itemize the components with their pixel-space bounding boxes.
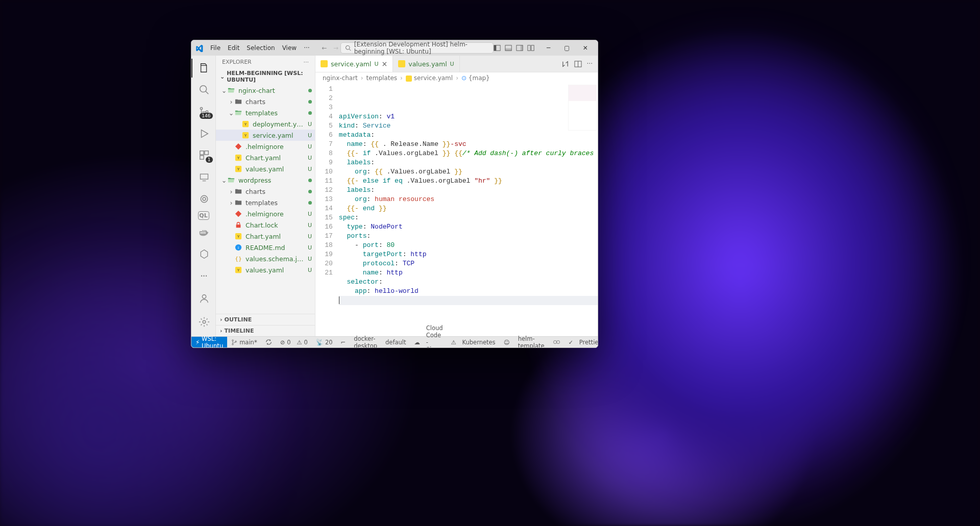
code-line[interactable]: selector: — [339, 278, 598, 287]
explorer-folder-section[interactable]: ⌄ HELM-BEGINNING [WSL: UBUNTU] — [216, 68, 315, 85]
timeline-section[interactable]: ›TIMELINE — [216, 325, 315, 336]
tree-item--helmignore[interactable]: .helmignoreU — [216, 208, 315, 219]
breadcrumb-separator: › — [456, 74, 458, 82]
status-terminal-icon[interactable]: ⌐ — [337, 337, 350, 347]
tree-item-templates[interactable]: ›templates — [216, 197, 315, 208]
activity-accounts[interactable] — [191, 288, 216, 309]
split-editor-icon[interactable] — [574, 60, 582, 68]
code-line[interactable]: ports: — [339, 232, 598, 241]
code-line[interactable]: apiVersion: v1 — [339, 112, 598, 121]
tree-item-wordpress[interactable]: ⌄wordpress — [216, 174, 315, 186]
activity-hex-icon[interactable] — [191, 245, 216, 264]
code-line[interactable]: {{- end }} — [339, 204, 598, 213]
status-smiley[interactable]: ☺ — [500, 337, 514, 347]
menu-selection[interactable]: Selection — [243, 43, 278, 53]
breadcrumb-item[interactable]: ⊙ {map} — [461, 74, 490, 82]
status-k8s-context[interactable]: docker-desktop — [350, 337, 381, 347]
tree-item-readme-md[interactable]: iREADME.mdU — [216, 242, 315, 253]
status-k8s-ns[interactable]: default — [381, 337, 410, 347]
explorer-more-icon[interactable]: ··· — [304, 59, 309, 65]
code-line[interactable]: spec: — [339, 213, 598, 222]
toggle-panel-left-icon[interactable] — [494, 44, 501, 52]
code-editor[interactable]: 123456789101112131415161718192021 apiVer… — [315, 84, 598, 336]
status-ports[interactable]: 📡20 — [312, 337, 337, 347]
compare-changes-icon[interactable] — [561, 60, 569, 68]
minimap[interactable] — [568, 85, 597, 131]
nav-forward-icon[interactable]: → — [331, 43, 340, 53]
activity-run-debug[interactable] — [191, 124, 216, 143]
tree-item-charts[interactable]: ›charts — [216, 186, 315, 197]
toggle-panel-right-icon[interactable] — [516, 44, 523, 52]
activity-extensions[interactable]: 1 — [191, 146, 216, 165]
code-line[interactable]: labels: — [339, 158, 598, 167]
code-line[interactable]: app: hello-world — [339, 287, 598, 296]
code-line[interactable]: labels: — [339, 186, 598, 195]
code-line[interactable]: - port: 80 — [339, 241, 598, 250]
menu-file[interactable]: File — [207, 43, 224, 53]
customize-layout-icon[interactable] — [527, 44, 534, 52]
activity-docker-icon[interactable] — [191, 223, 216, 242]
activity-explorer[interactable] — [191, 59, 216, 78]
code-line[interactable]: protocol: TCP — [339, 259, 598, 268]
toggle-panel-bottom-icon[interactable] — [505, 44, 512, 52]
activity-source-control[interactable]: 146 — [191, 102, 216, 121]
nav-back-icon[interactable]: ← — [320, 43, 329, 53]
tree-item-values-yaml[interactable]: Yvalues.yamlU — [216, 163, 315, 174]
activity-settings[interactable] — [191, 312, 216, 332]
tab-service-yaml[interactable]: service.yaml U× — [315, 56, 393, 72]
status-sync[interactable] — [261, 337, 276, 347]
status-kubernetes[interactable]: ⚠ Kubernetes — [447, 337, 500, 347]
tab-values-yaml[interactable]: values.yaml U — [393, 56, 459, 72]
status-prettier[interactable]: ✓ Prettier — [565, 337, 598, 347]
tab-close-icon[interactable]: × — [382, 60, 388, 68]
tree-item-chart-yaml[interactable]: YChart.yamlU — [216, 152, 315, 163]
code-line[interactable]: targetPort: http — [339, 250, 598, 259]
tree-item-nginx-chart[interactable]: ⌄nginx-chart — [216, 85, 315, 96]
tree-item--helmignore[interactable]: .helmignoreU — [216, 141, 315, 152]
code-content[interactable]: apiVersion: v1kind: Servicemetadata: nam… — [339, 84, 598, 336]
tree-item-values-schema-json[interactable]: {}values.schema.jsonU — [216, 253, 315, 264]
maximize-button[interactable]: ▢ — [558, 40, 576, 56]
activity-circle-icon[interactable] — [191, 189, 216, 208]
close-button[interactable]: ✕ — [576, 40, 595, 56]
code-line[interactable]: kind: Service — [339, 121, 598, 131]
status-go-icon[interactable] — [549, 337, 565, 347]
code-line[interactable]: {{- if .Values.orgLabel }} {{/* Add dash… — [339, 149, 598, 158]
tab-more-icon[interactable]: ··· — [587, 60, 593, 67]
tree-item-values-yaml[interactable]: Yvalues.yamlU — [216, 264, 315, 275]
code-line[interactable]: {{- else if eq .Values.orgLabel "hr" }} — [339, 177, 598, 186]
code-line[interactable]: metadata: — [339, 131, 598, 140]
tree-item-chart-lock[interactable]: Chart.lockU — [216, 219, 315, 231]
tree-item-charts[interactable]: ›charts — [216, 96, 315, 107]
breadcrumb-item[interactable]: nginx-chart — [323, 74, 358, 82]
activity-remote[interactable] — [191, 168, 216, 187]
code-line[interactable]: name: http — [339, 268, 598, 278]
code-line[interactable]: name: {{ . Release.Name }}-svc — [339, 140, 598, 149]
menu-edit[interactable]: Edit — [225, 43, 242, 53]
activity-ql-icon[interactable]: QL — [198, 211, 209, 220]
breadcrumbs[interactable]: nginx-chart›templates›service.yaml›⊙ {ma… — [315, 72, 598, 84]
status-remote[interactable]: ⚡WSL: Ubuntu — [191, 337, 227, 347]
folder-icon — [234, 198, 242, 207]
breadcrumb-item[interactable]: templates — [366, 74, 397, 82]
menu-view[interactable]: View — [279, 43, 300, 53]
status-cloud-code[interactable]: ☁ Cloud Code - Sign in — [410, 337, 447, 347]
code-line[interactable] — [339, 296, 598, 305]
breadcrumb-item[interactable]: service.yaml — [406, 74, 453, 82]
minimize-button[interactable]: ─ — [540, 40, 558, 56]
activity-search[interactable] — [191, 81, 216, 99]
tree-item-templates[interactable]: ⌄templates — [216, 107, 315, 118]
status-problems[interactable]: ⊘0 ⚠0 — [276, 337, 312, 347]
code-line[interactable]: org: {{ .Values.orgLabel }} — [339, 167, 598, 177]
tree-item-chart-yaml[interactable]: YChart.yamlU — [216, 231, 315, 242]
command-center[interactable]: [Extension Development Host] helm-beginn… — [340, 42, 494, 54]
menu-overflow[interactable]: ··· — [301, 43, 312, 53]
tree-item-service-yaml[interactable]: Yservice.yamlU — [216, 130, 315, 141]
status-language[interactable]: helm-template — [514, 337, 549, 347]
status-branch[interactable]: main* — [227, 337, 261, 347]
activity-overflow[interactable]: ··· — [191, 266, 216, 285]
code-line[interactable]: org: human resources — [339, 195, 598, 204]
tree-item-deployment-yaml[interactable]: Ydeployment.yamlU — [216, 118, 315, 130]
code-line[interactable]: type: NodePort — [339, 222, 598, 232]
outline-section[interactable]: ›OUTLINE — [216, 314, 315, 325]
